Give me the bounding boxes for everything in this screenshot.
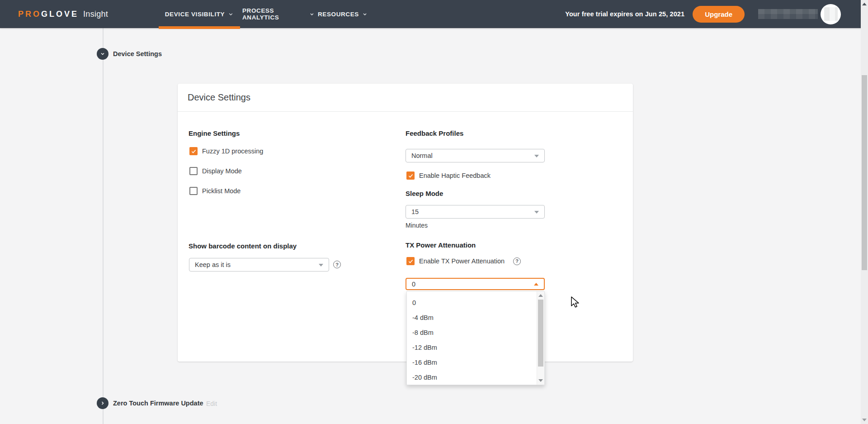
tx-power-option[interactable]: -8 dBm — [407, 325, 544, 340]
device-settings-section-label[interactable]: Device Settings — [113, 50, 162, 57]
device-settings-collapse-button[interactable] — [97, 48, 108, 60]
active-tab-indicator — [159, 26, 240, 29]
card-header: Device Settings — [178, 84, 633, 112]
select-value: Normal — [411, 152, 433, 159]
checkbox-checked-icon[interactable] — [406, 172, 415, 180]
feedback-profiles-heading: Feedback Profiles — [406, 129, 463, 137]
checkbox-checked-icon[interactable] — [406, 257, 415, 265]
check-icon — [191, 148, 197, 154]
tx-power-select[interactable]: 0 — [406, 278, 545, 290]
upgrade-button[interactable]: Upgrade — [693, 6, 745, 23]
page-scrollbar[interactable] — [861, 0, 868, 424]
checkbox-label: Enable TX Power Attenuation — [419, 257, 505, 265]
scroll-up-arrow-icon[interactable] — [538, 294, 543, 297]
device-settings-card: Device Settings Engine Settings Fuzzy 1D… — [178, 84, 633, 362]
username-redacted — [758, 9, 818, 19]
zero-touch-section-label[interactable]: Zero Touch Firmware Update — [113, 400, 203, 407]
display-mode-row[interactable]: Display Mode — [189, 167, 242, 176]
feedback-profile-select[interactable]: Normal — [406, 149, 545, 162]
top-navbar: PROGLOVE Insight DEVICE VISIBILITY PROCE… — [0, 0, 868, 28]
proglove-insight-logo[interactable]: PROGLOVE Insight — [18, 0, 108, 28]
checkbox-label: Picklist Mode — [202, 187, 241, 195]
barcode-display-select[interactable]: Keep as it is — [189, 258, 329, 272]
check-icon — [408, 173, 414, 179]
sleep-mode-select[interactable]: 15 — [406, 205, 545, 219]
sleep-mode-unit-label: Minutes — [406, 222, 428, 229]
check-icon — [408, 258, 414, 264]
fuzzy-1d-processing-row[interactable]: Fuzzy 1D processing — [189, 147, 263, 156]
barcode-display-heading: Show barcode content on display — [189, 242, 297, 250]
tx-power-option[interactable]: -4 dBm — [407, 310, 544, 325]
scroll-down-arrow-icon[interactable] — [862, 419, 867, 421]
select-value: 0 — [412, 281, 415, 288]
scroll-up-arrow-icon[interactable] — [862, 3, 867, 5]
dropdown-caret-icon — [319, 264, 323, 267]
zero-touch-edit-link[interactable]: Edit — [206, 400, 217, 407]
chevron-right-icon — [100, 400, 105, 406]
select-value: 15 — [411, 208, 419, 215]
nav-tab-device-visibility[interactable]: DEVICE VISIBILITY — [159, 0, 240, 28]
scroll-down-arrow-icon[interactable] — [538, 379, 543, 382]
tx-power-heading: TX Power Attenuation — [406, 241, 476, 249]
enable-haptic-feedback-row[interactable]: Enable Haptic Feedback — [406, 171, 491, 180]
avatar-image-redacted — [824, 7, 838, 21]
card-title: Device Settings — [188, 92, 250, 103]
chevron-down-icon — [362, 11, 368, 17]
zero-touch-expand-button[interactable] — [97, 397, 108, 409]
app-root: PROGLOVE Insight DEVICE VISIBILITY PROCE… — [0, 0, 868, 424]
nav-tab-resources[interactable]: RESOURCES — [318, 0, 368, 28]
dropdown-caret-up-icon — [534, 283, 538, 286]
chevron-down-icon — [309, 11, 315, 17]
trial-expiry-text: Your free trial expires on Jun 25, 2021 — [565, 10, 684, 18]
tx-power-option[interactable]: 0 — [407, 295, 544, 310]
brand-glove-text: GLOVE — [41, 10, 79, 19]
nav-tab-process-analytics[interactable]: PROCESS ANALYTICS — [242, 0, 315, 28]
user-avatar[interactable] — [821, 4, 841, 24]
dropdown-caret-icon — [534, 211, 539, 214]
tx-power-option[interactable]: -20 dBm — [407, 370, 544, 385]
brand-product-text: Insight — [83, 10, 108, 19]
engine-settings-heading: Engine Settings — [189, 129, 240, 137]
select-value: Keep as it is — [195, 261, 231, 268]
nav-tab-label: PROCESS ANALYTICS — [242, 7, 306, 21]
brand-pro-text: PRO — [18, 10, 41, 19]
checkbox-unchecked-icon[interactable] — [189, 187, 198, 195]
dropdown-scrollbar[interactable] — [537, 291, 544, 385]
tx-power-option[interactable]: -16 dBm — [407, 355, 544, 370]
dropdown-scrollbar-thumb[interactable] — [538, 300, 543, 367]
checkbox-checked-icon[interactable] — [189, 147, 198, 155]
page-scrollbar-thumb[interactable] — [862, 75, 867, 270]
tx-power-options-list: 0 -4 dBm -8 dBm -12 dBm -16 dBm -20 dBm — [407, 291, 544, 385]
tx-power-help-icon[interactable]: ? — [513, 257, 521, 265]
chevron-down-icon — [100, 51, 105, 57]
nav-tab-label: DEVICE VISIBILITY — [165, 11, 225, 18]
checkbox-label: Fuzzy 1D processing — [202, 148, 263, 155]
timeline-vertical-line — [103, 28, 104, 424]
checkbox-unchecked-icon[interactable] — [189, 167, 198, 175]
checkbox-label: Display Mode — [202, 167, 242, 175]
picklist-mode-row[interactable]: Picklist Mode — [189, 186, 241, 195]
checkbox-label: Enable Haptic Feedback — [419, 172, 491, 179]
dropdown-caret-icon — [534, 155, 539, 157]
nav-tab-label: RESOURCES — [318, 11, 359, 18]
tx-power-option[interactable]: -12 dBm — [407, 340, 544, 355]
navbar-right-group: Your free trial expires on Jun 25, 2021 … — [565, 0, 841, 28]
enable-tx-power-row[interactable]: Enable TX Power Attenuation ? — [406, 257, 521, 266]
barcode-help-icon[interactable]: ? — [333, 261, 341, 268]
sleep-mode-heading: Sleep Mode — [406, 190, 443, 197]
chevron-down-icon — [228, 11, 234, 17]
tx-power-options-menu: 0 -4 dBm -8 dBm -12 dBm -16 dBm -20 dBm — [406, 291, 545, 385]
